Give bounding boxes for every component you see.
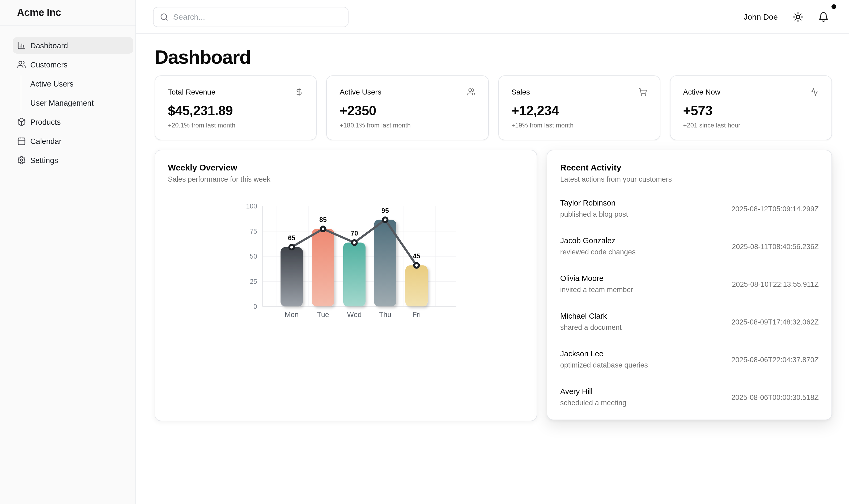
- activity-action: scheduled a meeting: [560, 398, 626, 407]
- sidebar-item-label: Calendar: [30, 137, 61, 145]
- sidebar-item-products[interactable]: Products: [13, 114, 134, 130]
- activity-row: Olivia Mooreinvited a team member2025-08…: [560, 272, 819, 296]
- activity-timestamp: 2025-08-09T17:48:32.062Z: [731, 318, 819, 326]
- stat-value: $45,231.89: [168, 103, 304, 119]
- sidebar-item-label: Products: [30, 118, 60, 126]
- stat-title: Sales: [511, 88, 530, 96]
- search-box: [153, 7, 349, 27]
- sidebar-item-active-users[interactable]: Active Users: [21, 75, 134, 92]
- stats-grid: Total Revenue $45,231.89 +20.1% from las…: [155, 75, 832, 140]
- stat-card-active-now: Active Now +573 +201 since last hour: [670, 75, 832, 140]
- bar-Fri[interactable]: [405, 265, 428, 306]
- activity-user: Jackson Leeoptimized database queries: [560, 349, 648, 370]
- x-tick-label-Mon: Mon: [285, 311, 299, 319]
- activity-icon: [810, 88, 819, 96]
- stat-change: +20.1% from last month: [168, 122, 304, 129]
- y-tick-label: 0: [253, 303, 257, 310]
- x-tick-label-Fri: Fri: [412, 311, 421, 319]
- sidebar-item-settings[interactable]: Settings: [13, 152, 134, 168]
- sidebar-item-label: Settings: [30, 156, 58, 164]
- x-tick-label-Wed: Wed: [347, 311, 361, 319]
- activity-timestamp: 2025-08-10T22:13:55.911Z: [732, 280, 819, 288]
- marker-Thu: [383, 217, 388, 222]
- recent-activity-card: Recent Activity Latest actions from your…: [547, 150, 832, 420]
- sidebar: Acme Inc Dashboard Customers Active User…: [0, 0, 136, 504]
- sidebar-item-dashboard[interactable]: Dashboard: [13, 37, 134, 54]
- sidebar-item-customers[interactable]: Customers: [13, 56, 134, 73]
- activity-user: Jacob Gonzalezreviewed code changes: [560, 236, 636, 256]
- recent-activity-title: Recent Activity: [560, 163, 819, 173]
- activity-row: Jacob Gonzalezreviewed code changes2025-…: [560, 235, 819, 258]
- activity-user-name: Taylor Robinson: [560, 199, 628, 208]
- activity-timestamp: 2025-08-06T22:04:37.870Z: [731, 356, 819, 363]
- sidebar-item-label: Customers: [30, 60, 68, 69]
- main-area: John Doe Dashboard: [136, 0, 849, 504]
- activity-timestamp: 2025-08-12T05:09:14.299Z: [731, 205, 819, 213]
- bar-Wed[interactable]: [343, 242, 366, 306]
- activity-user: Avery Hillscheduled a meeting: [560, 387, 626, 407]
- page-title: Dashboard: [155, 46, 832, 69]
- sidebar-item-label: User Management: [30, 98, 94, 107]
- bar-Tue[interactable]: [312, 229, 334, 306]
- shopping-cart-icon: [639, 88, 647, 96]
- sun-icon: [793, 12, 803, 22]
- activity-user: Olivia Mooreinvited a team member: [560, 274, 633, 294]
- sidebar-customers-subnav: Active Users User Management: [21, 75, 134, 111]
- sidebar-item-label: Active Users: [30, 79, 74, 88]
- topbar: John Doe: [136, 0, 849, 34]
- sidebar-item-label: Dashboard: [30, 41, 68, 50]
- data-label-Fri: 45: [413, 252, 420, 260]
- activity-timestamp: 2025-08-06T00:00:30.518Z: [731, 393, 819, 401]
- stat-card-header: Total Revenue: [168, 88, 304, 96]
- stat-value: +573: [683, 103, 819, 119]
- app-root: Acme Inc Dashboard Customers Active User…: [0, 0, 849, 504]
- data-label-Tue: 85: [319, 216, 327, 223]
- bar-Mon[interactable]: [281, 247, 303, 306]
- user-name[interactable]: John Doe: [744, 12, 778, 21]
- activity-user-name: Olivia Moore: [560, 274, 633, 283]
- stat-change: +19% from last month: [511, 122, 647, 129]
- activity-action: optimized database queries: [560, 361, 648, 370]
- users-icon: [17, 60, 26, 69]
- data-label-Wed: 70: [351, 230, 358, 237]
- sales-chart-svg: 65857095450255075100MonTueWedThuFri: [247, 203, 456, 324]
- marker-Fri: [414, 263, 419, 268]
- sidebar-item-calendar[interactable]: Calendar: [13, 133, 134, 149]
- sidebar-nav: Dashboard Customers Active Users User Ma…: [0, 25, 136, 171]
- marker-Tue: [321, 227, 325, 231]
- users-icon: [467, 88, 475, 96]
- activity-user: Taylor Robinsonpublished a blog post: [560, 199, 628, 219]
- activity-action: reviewed code changes: [560, 248, 636, 256]
- brand-name: Acme Inc: [17, 7, 61, 18]
- gear-icon: [17, 156, 26, 165]
- data-label-Thu: 95: [382, 207, 389, 214]
- stat-title: Active Users: [340, 88, 382, 96]
- y-tick-label: 50: [250, 253, 257, 260]
- search-input[interactable]: [173, 12, 342, 21]
- bell-icon: [818, 12, 829, 22]
- y-tick-label: 75: [250, 228, 257, 235]
- weekly-overview-chart: 65857095450255075100MonTueWedThuFri: [247, 203, 456, 326]
- stat-card-total-revenue: Total Revenue $45,231.89 +20.1% from las…: [155, 75, 317, 140]
- theme-toggle-button[interactable]: [793, 12, 803, 22]
- stat-card-header: Active Now: [683, 88, 819, 96]
- recent-activity-subtitle: Latest actions from your customers: [560, 175, 819, 183]
- topbar-right: John Doe: [744, 12, 829, 22]
- package-icon: [17, 118, 26, 126]
- stat-title: Total Revenue: [168, 88, 215, 96]
- y-tick-label: 25: [250, 278, 257, 285]
- x-tick-label-Thu: Thu: [379, 311, 392, 319]
- sidebar-item-user-management[interactable]: User Management: [21, 94, 134, 111]
- stat-change: +180.1% from last month: [340, 122, 476, 129]
- marker-Wed: [352, 240, 357, 245]
- activity-timestamp: 2025-08-11T08:40:56.236Z: [732, 242, 819, 250]
- weekly-overview-title: Weekly Overview: [168, 163, 524, 173]
- x-tick-label-Tue: Tue: [317, 311, 329, 319]
- activity-user-name: Jackson Lee: [560, 349, 648, 359]
- activity-action: published a blog post: [560, 210, 628, 219]
- notifications-button[interactable]: [818, 12, 829, 22]
- activity-row: Avery Hillscheduled a meeting2025-08-06T…: [560, 385, 819, 409]
- stat-value: +12,234: [511, 103, 647, 119]
- activity-user-name: Jacob Gonzalez: [560, 236, 636, 245]
- weekly-overview-card: Weekly Overview Sales performance for th…: [155, 150, 537, 421]
